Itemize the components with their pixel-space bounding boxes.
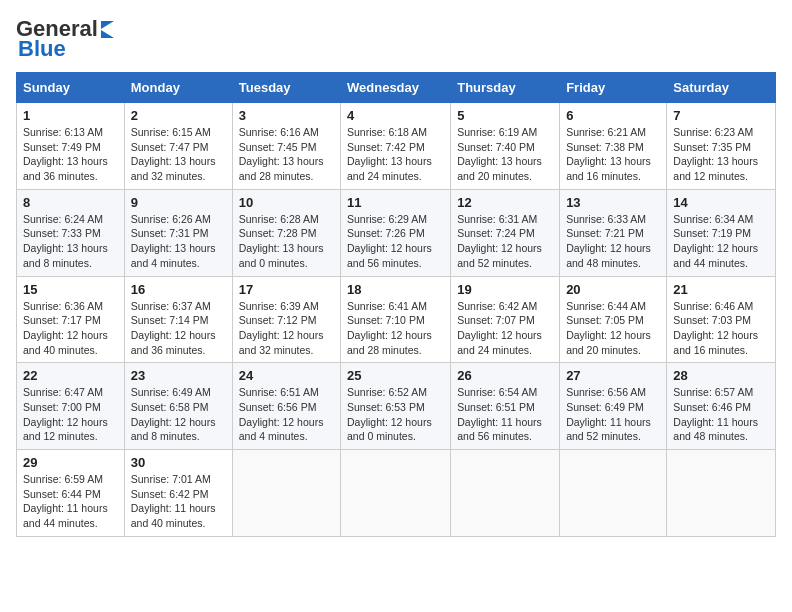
calendar-cell: 16 Sunrise: 6:37 AM Sunset: 7:14 PM Dayl…: [124, 276, 232, 363]
calendar-cell: 13 Sunrise: 6:33 AM Sunset: 7:21 PM Dayl…: [560, 189, 667, 276]
sunrise-label: Sunrise: 6:49 AM: [131, 386, 211, 398]
sunrise-label: Sunrise: 6:15 AM: [131, 126, 211, 138]
calendar-cell: 7 Sunrise: 6:23 AM Sunset: 7:35 PM Dayli…: [667, 103, 776, 190]
daylight-label: Daylight: 12 hours and 32 minutes.: [239, 329, 324, 356]
daylight-label: Daylight: 11 hours and 52 minutes.: [566, 416, 651, 443]
day-number: 29: [23, 455, 118, 470]
sunset-label: Sunset: 7:35 PM: [673, 141, 751, 153]
sunset-label: Sunset: 7:05 PM: [566, 314, 644, 326]
week-row-4: 22 Sunrise: 6:47 AM Sunset: 7:00 PM Dayl…: [17, 363, 776, 450]
daylight-label: Daylight: 12 hours and 36 minutes.: [131, 329, 216, 356]
daylight-label: Daylight: 12 hours and 0 minutes.: [347, 416, 432, 443]
sunset-label: Sunset: 7:31 PM: [131, 227, 209, 239]
daylight-label: Daylight: 12 hours and 40 minutes.: [23, 329, 108, 356]
calendar-cell: [451, 450, 560, 537]
calendar-cell: 2 Sunrise: 6:15 AM Sunset: 7:47 PM Dayli…: [124, 103, 232, 190]
sunset-label: Sunset: 7:45 PM: [239, 141, 317, 153]
day-info: Sunrise: 6:28 AM Sunset: 7:28 PM Dayligh…: [239, 212, 334, 271]
sunset-label: Sunset: 7:47 PM: [131, 141, 209, 153]
sunset-label: Sunset: 7:33 PM: [23, 227, 101, 239]
day-header-sunday: Sunday: [17, 73, 125, 103]
day-info: Sunrise: 6:51 AM Sunset: 6:56 PM Dayligh…: [239, 385, 334, 444]
sunset-label: Sunset: 7:03 PM: [673, 314, 751, 326]
day-info: Sunrise: 6:54 AM Sunset: 6:51 PM Dayligh…: [457, 385, 553, 444]
day-number: 10: [239, 195, 334, 210]
day-number: 28: [673, 368, 769, 383]
daylight-label: Daylight: 13 hours and 0 minutes.: [239, 242, 324, 269]
day-info: Sunrise: 6:56 AM Sunset: 6:49 PM Dayligh…: [566, 385, 660, 444]
day-info: Sunrise: 6:26 AM Sunset: 7:31 PM Dayligh…: [131, 212, 226, 271]
sunset-label: Sunset: 7:00 PM: [23, 401, 101, 413]
day-info: Sunrise: 6:24 AM Sunset: 7:33 PM Dayligh…: [23, 212, 118, 271]
day-info: Sunrise: 6:13 AM Sunset: 7:49 PM Dayligh…: [23, 125, 118, 184]
calendar-cell: 6 Sunrise: 6:21 AM Sunset: 7:38 PM Dayli…: [560, 103, 667, 190]
sunrise-label: Sunrise: 6:24 AM: [23, 213, 103, 225]
day-number: 14: [673, 195, 769, 210]
calendar-cell: 27 Sunrise: 6:56 AM Sunset: 6:49 PM Dayl…: [560, 363, 667, 450]
daylight-label: Daylight: 13 hours and 16 minutes.: [566, 155, 651, 182]
sunrise-label: Sunrise: 6:29 AM: [347, 213, 427, 225]
day-info: Sunrise: 6:15 AM Sunset: 7:47 PM Dayligh…: [131, 125, 226, 184]
day-info: Sunrise: 6:39 AM Sunset: 7:12 PM Dayligh…: [239, 299, 334, 358]
sunset-label: Sunset: 6:49 PM: [566, 401, 644, 413]
daylight-label: Daylight: 12 hours and 4 minutes.: [239, 416, 324, 443]
day-number: 2: [131, 108, 226, 123]
daylight-label: Daylight: 13 hours and 28 minutes.: [239, 155, 324, 182]
day-number: 24: [239, 368, 334, 383]
sunrise-label: Sunrise: 6:21 AM: [566, 126, 646, 138]
daylight-label: Daylight: 12 hours and 24 minutes.: [457, 329, 542, 356]
calendar-cell: 10 Sunrise: 6:28 AM Sunset: 7:28 PM Dayl…: [232, 189, 340, 276]
daylight-label: Daylight: 12 hours and 16 minutes.: [673, 329, 758, 356]
day-number: 4: [347, 108, 444, 123]
calendar-cell: 21 Sunrise: 6:46 AM Sunset: 7:03 PM Dayl…: [667, 276, 776, 363]
sunset-label: Sunset: 7:24 PM: [457, 227, 535, 239]
sunset-label: Sunset: 7:10 PM: [347, 314, 425, 326]
day-info: Sunrise: 6:34 AM Sunset: 7:19 PM Dayligh…: [673, 212, 769, 271]
sunrise-label: Sunrise: 6:23 AM: [673, 126, 753, 138]
page-header: General Blue: [16, 16, 776, 62]
daylight-label: Daylight: 11 hours and 56 minutes.: [457, 416, 542, 443]
day-info: Sunrise: 6:52 AM Sunset: 6:53 PM Dayligh…: [347, 385, 444, 444]
sunrise-label: Sunrise: 6:44 AM: [566, 300, 646, 312]
calendar-cell: 9 Sunrise: 6:26 AM Sunset: 7:31 PM Dayli…: [124, 189, 232, 276]
day-number: 13: [566, 195, 660, 210]
sunset-label: Sunset: 6:53 PM: [347, 401, 425, 413]
day-header-saturday: Saturday: [667, 73, 776, 103]
daylight-label: Daylight: 13 hours and 24 minutes.: [347, 155, 432, 182]
sunset-label: Sunset: 6:44 PM: [23, 488, 101, 500]
calendar-cell: 25 Sunrise: 6:52 AM Sunset: 6:53 PM Dayl…: [341, 363, 451, 450]
day-info: Sunrise: 6:33 AM Sunset: 7:21 PM Dayligh…: [566, 212, 660, 271]
calendar-cell: 4 Sunrise: 6:18 AM Sunset: 7:42 PM Dayli…: [341, 103, 451, 190]
day-header-tuesday: Tuesday: [232, 73, 340, 103]
daylight-label: Daylight: 12 hours and 8 minutes.: [131, 416, 216, 443]
day-number: 17: [239, 282, 334, 297]
daylight-label: Daylight: 12 hours and 48 minutes.: [566, 242, 651, 269]
daylight-label: Daylight: 12 hours and 12 minutes.: [23, 416, 108, 443]
sunset-label: Sunset: 7:26 PM: [347, 227, 425, 239]
calendar-cell: [232, 450, 340, 537]
sunrise-label: Sunrise: 6:13 AM: [23, 126, 103, 138]
calendar-cell: 29 Sunrise: 6:59 AM Sunset: 6:44 PM Dayl…: [17, 450, 125, 537]
day-number: 21: [673, 282, 769, 297]
day-number: 20: [566, 282, 660, 297]
daylight-label: Daylight: 12 hours and 56 minutes.: [347, 242, 432, 269]
daylight-label: Daylight: 13 hours and 36 minutes.: [23, 155, 108, 182]
calendar-cell: 11 Sunrise: 6:29 AM Sunset: 7:26 PM Dayl…: [341, 189, 451, 276]
sunrise-label: Sunrise: 6:42 AM: [457, 300, 537, 312]
calendar-cell: [560, 450, 667, 537]
daylight-label: Daylight: 12 hours and 44 minutes.: [673, 242, 758, 269]
sunrise-label: Sunrise: 6:18 AM: [347, 126, 427, 138]
day-number: 1: [23, 108, 118, 123]
day-info: Sunrise: 6:36 AM Sunset: 7:17 PM Dayligh…: [23, 299, 118, 358]
sunrise-label: Sunrise: 6:52 AM: [347, 386, 427, 398]
week-row-5: 29 Sunrise: 6:59 AM Sunset: 6:44 PM Dayl…: [17, 450, 776, 537]
sunrise-label: Sunrise: 6:33 AM: [566, 213, 646, 225]
calendar-cell: 8 Sunrise: 6:24 AM Sunset: 7:33 PM Dayli…: [17, 189, 125, 276]
daylight-label: Daylight: 13 hours and 20 minutes.: [457, 155, 542, 182]
calendar-cell: 14 Sunrise: 6:34 AM Sunset: 7:19 PM Dayl…: [667, 189, 776, 276]
calendar-cell: 22 Sunrise: 6:47 AM Sunset: 7:00 PM Dayl…: [17, 363, 125, 450]
day-info: Sunrise: 6:29 AM Sunset: 7:26 PM Dayligh…: [347, 212, 444, 271]
daylight-label: Daylight: 11 hours and 48 minutes.: [673, 416, 758, 443]
sunrise-label: Sunrise: 6:46 AM: [673, 300, 753, 312]
daylight-label: Daylight: 13 hours and 12 minutes.: [673, 155, 758, 182]
